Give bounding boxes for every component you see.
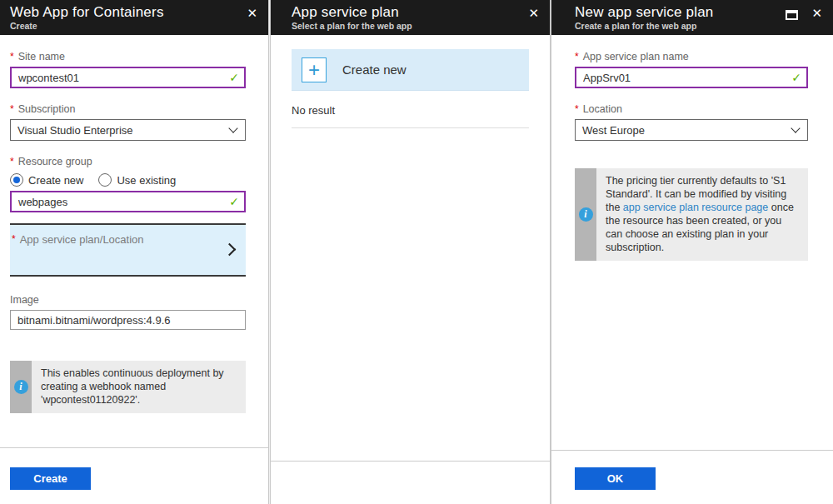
- blade-app-service-plan: App service plan Select a plan for the w…: [271, 0, 550, 504]
- required-asterisk: *: [10, 51, 14, 62]
- azure-portal-blades: Web App for Containers Create ✕ *Site na…: [0, 0, 833, 504]
- info-icon: i: [14, 380, 28, 394]
- create-new-plan-label: Create new: [342, 62, 407, 77]
- plan-name-field-wrap: ✓: [575, 67, 808, 88]
- blade-web-app-for-containers: Web App for Containers Create ✕ *Site na…: [0, 0, 268, 504]
- note-strip: i: [575, 168, 596, 261]
- required-asterisk: *: [12, 233, 16, 245]
- blade-subtitle: Create a plan for the web app: [575, 21, 833, 32]
- note-text: This enables continuous deployment by cr…: [32, 361, 246, 413]
- plan-name-input[interactable]: [575, 67, 808, 88]
- resource-group-field-wrap: ✓: [10, 191, 246, 212]
- webhook-info-note: i This enables continuous deployment by …: [10, 361, 246, 413]
- blade-title: Web App for Containers: [10, 3, 268, 21]
- app-service-plan-selector-label: *App service plan/Location: [12, 233, 246, 246]
- blade-footer: [271, 461, 550, 504]
- blade-body: *Site name ✓ *Subscription Visual Studio…: [10, 51, 246, 413]
- image-field-wrap: [10, 310, 246, 330]
- blade-subtitle: Create: [10, 21, 268, 32]
- chevron-down-icon: [791, 123, 800, 132]
- result-divider: [292, 127, 529, 128]
- required-asterisk: *: [575, 103, 579, 115]
- plus-icon: +: [302, 57, 327, 82]
- image-input[interactable]: [10, 310, 246, 330]
- create-new-plan-tile[interactable]: + Create new: [292, 49, 529, 91]
- no-result-text: No result: [292, 104, 529, 117]
- blade-header: App service plan Select a plan for the w…: [271, 0, 550, 35]
- create-button[interactable]: Create: [10, 467, 91, 490]
- image-label: Image: [10, 294, 246, 306]
- location-dropdown[interactable]: West Europe: [575, 119, 808, 141]
- close-icon[interactable]: ✕: [811, 7, 822, 20]
- required-asterisk: *: [575, 51, 579, 62]
- blade-subtitle: Select a plan for the web app: [292, 21, 550, 32]
- subscription-dropdown[interactable]: Visual Studio Enterprise: [10, 119, 246, 141]
- resource-group-label: *Resource group: [10, 156, 246, 167]
- blade-body: *App service plan name ✓ *Location West …: [575, 51, 808, 261]
- radio-create-new-label: Create new: [28, 174, 83, 187]
- app-service-plan-resource-page-link[interactable]: app service plan resource page: [623, 202, 768, 213]
- site-name-label: *Site name: [10, 51, 246, 62]
- blade-new-app-service-plan: New app service plan Create a plan for t…: [551, 0, 833, 504]
- app-service-plan-selector[interactable]: *App service plan/Location: [10, 223, 246, 277]
- resource-group-input[interactable]: [10, 191, 246, 212]
- blade-title: App service plan: [292, 3, 550, 21]
- required-asterisk: *: [10, 156, 14, 167]
- pricing-info-note: i The pricing tier currently defaults to…: [575, 168, 808, 261]
- info-icon: i: [579, 207, 593, 222]
- chevron-down-icon: [228, 123, 237, 132]
- site-name-field-wrap: ✓: [10, 67, 246, 88]
- blade-header: New app service plan Create a plan for t…: [551, 0, 833, 35]
- blade-footer: OK: [551, 450, 833, 504]
- note-text: The pricing tier currently defaults to '…: [596, 168, 808, 261]
- blade-body: + Create new No result: [292, 49, 529, 128]
- required-asterisk: *: [10, 103, 14, 115]
- maximize-icon[interactable]: [786, 10, 798, 20]
- plan-name-label: *App service plan name: [575, 51, 808, 62]
- subscription-value: Visual Studio Enterprise: [17, 124, 230, 137]
- location-label: *Location: [575, 103, 808, 115]
- site-name-input[interactable]: [10, 67, 246, 88]
- resource-group-radio-group: Create new Use existing: [10, 173, 246, 187]
- radio-use-existing-label: Use existing: [117, 174, 176, 187]
- subscription-label: *Subscription: [10, 103, 246, 115]
- radio-use-existing[interactable]: [98, 173, 112, 187]
- blade-header: Web App for Containers Create ✕: [0, 0, 268, 35]
- close-icon[interactable]: ✕: [528, 7, 539, 20]
- blade-footer: Create: [0, 447, 268, 504]
- radio-create-new[interactable]: [10, 173, 23, 187]
- location-value: West Europe: [582, 124, 792, 137]
- note-strip: i: [10, 361, 32, 413]
- close-icon[interactable]: ✕: [247, 7, 257, 20]
- ok-button[interactable]: OK: [575, 467, 656, 490]
